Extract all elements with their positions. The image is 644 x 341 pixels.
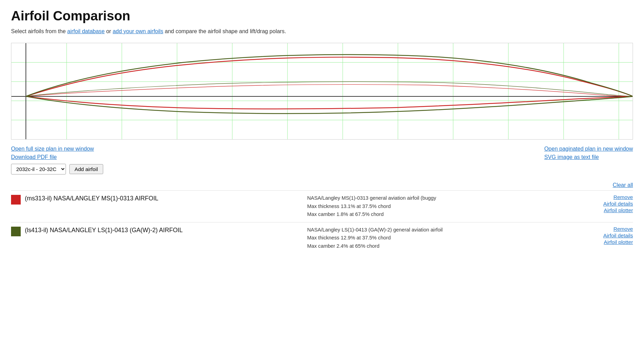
add-own-airfoils-link[interactable]: add your own airfoils (113, 28, 163, 34)
subtitle: Select airfoils from the airfoil databas… (11, 28, 633, 35)
links-right: Open paginated plan in new window SVG im… (544, 146, 633, 160)
airfoil-entry-1: (ms313-il) NASA/LANGLEY MS(1)-0313 AIRFO… (11, 190, 633, 222)
remove-airfoil-2[interactable]: Remove (613, 226, 633, 232)
open-paginated-link[interactable]: Open paginated plan in new window (544, 146, 633, 152)
add-airfoil-button[interactable]: Add airfoil (69, 164, 103, 174)
airfoil-plotter-1[interactable]: Airfoil plotter (604, 207, 633, 213)
airfoil-entry-2: (ls413-il) NASA/LANGLEY LS(1)-0413 (GA(W… (11, 222, 633, 254)
airfoil-list-header: Clear all (11, 182, 633, 188)
airfoil-chart (11, 43, 633, 140)
airfoil-desc-2: NASA/Langley LS(1)-0413 (GA(W)-2) genera… (307, 226, 598, 250)
airfoil-details-1[interactable]: Airfoil details (603, 201, 633, 207)
clear-all-button[interactable]: Clear all (613, 182, 633, 188)
links-section: Open full size plan in new window Downlo… (11, 146, 633, 160)
svg-image-link[interactable]: SVG image as text file (544, 154, 633, 160)
color-swatch-2 (11, 227, 21, 236)
airfoil-details-2[interactable]: Airfoil details (603, 233, 633, 238)
airfoil-actions-1: Remove Airfoil details Airfoil plotter (603, 194, 633, 213)
download-pdf-link[interactable]: Download PDF file (11, 154, 94, 160)
links-left: Open full size plan in new window Downlo… (11, 146, 94, 160)
airfoil-name-2: (ls413-il) NASA/LANGLEY LS(1)-0413 (GA(W… (25, 226, 183, 235)
airfoil-name-section-2: (ls413-il) NASA/LANGLEY LS(1)-0413 (GA(W… (11, 226, 302, 236)
airfoil-name-section-1: (ms313-il) NASA/LANGLEY MS(1)-0313 AIRFO… (11, 194, 302, 205)
airfoil-database-link[interactable]: airfoil database (67, 28, 105, 34)
airfoil-name-1: (ms313-il) NASA/LANGLEY MS(1)-0313 AIRFO… (25, 194, 158, 203)
airfoil-desc-1: NASA/Langley MS(1)-0313 general aviation… (307, 194, 598, 219)
airfoil-list: Clear all (ms313-il) NASA/LANGLEY MS(1)-… (11, 182, 633, 254)
add-airfoil-row: 2032c-il - 20-32C Add airfoil (11, 164, 633, 174)
airfoil-actions-2: Remove Airfoil details Airfoil plotter (603, 226, 633, 245)
open-full-size-link[interactable]: Open full size plan in new window (11, 146, 94, 152)
airfoil-plotter-2[interactable]: Airfoil plotter (604, 239, 633, 245)
remove-airfoil-1[interactable]: Remove (613, 194, 633, 200)
page-title: Airfoil Comparison (11, 8, 633, 23)
airfoil-select[interactable]: 2032c-il - 20-32C (11, 164, 66, 174)
color-swatch-1 (11, 195, 21, 205)
